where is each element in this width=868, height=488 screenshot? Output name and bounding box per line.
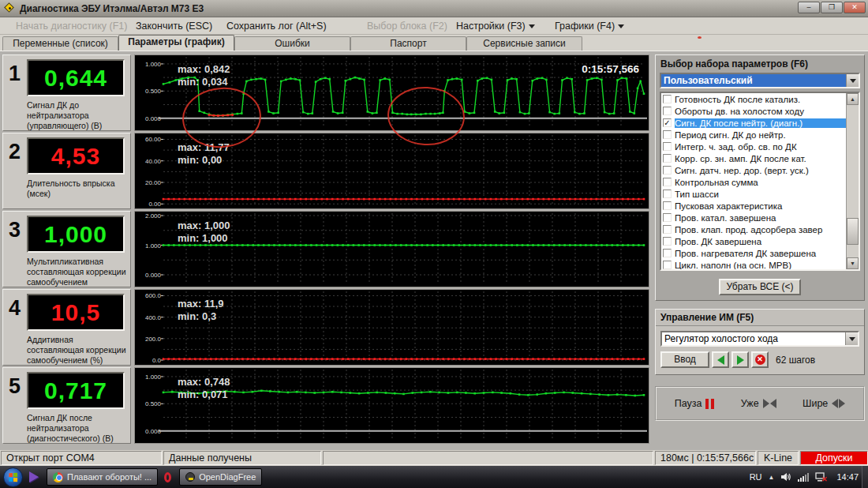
checkbox[interactable]	[663, 107, 672, 115]
list-item-label: Цикл. наполн (на осн. МРВ)	[675, 261, 791, 270]
narrower-label: Уже	[741, 398, 759, 409]
checkbox[interactable]	[663, 178, 672, 186]
combobox-dropdown-button[interactable]	[845, 332, 858, 345]
list-item-12[interactable]: Пров. клап. прод. адсорбера завер	[661, 223, 846, 235]
graph-panel-3: 2.0001.0000.000max: 1,000min: 1,000	[134, 211, 649, 287]
checkbox[interactable]	[663, 166, 672, 175]
list-item-8[interactable]: Контрольная сумма	[661, 176, 846, 188]
menu-item-2[interactable]: Закончить (ESC)	[136, 21, 212, 32]
list-item-9[interactable]: Тип шасси	[661, 188, 846, 200]
svg-text:min: 0,3: min: 0,3	[178, 310, 216, 322]
media-player-icon[interactable]	[29, 471, 39, 482]
checkbox[interactable]	[663, 213, 672, 222]
tab-4[interactable]: Паспорт	[350, 36, 466, 51]
list-item-15[interactable]: Цикл. наполн (на осн. МРВ)	[661, 259, 846, 269]
checkbox[interactable]	[663, 201, 672, 210]
taskbar-chrome-button[interactable]: Плавают обороты! ...	[47, 468, 158, 486]
tab-3[interactable]: Ошибки	[234, 36, 350, 51]
parameter-number: 5	[9, 374, 21, 399]
parameter-value: 10,5	[51, 299, 100, 326]
language-indicator[interactable]: RU	[750, 472, 762, 482]
checkbox[interactable]	[663, 261, 672, 269]
clock[interactable]: 14:47	[836, 472, 859, 482]
svg-text:max: 0,748: max: 0,748	[178, 376, 230, 388]
close-button[interactable]: ✕	[844, 2, 866, 13]
list-item-11[interactable]: Пров. катал. завершена	[661, 212, 846, 223]
list-item-14[interactable]: Пров. нагревателя ДК завершена	[661, 247, 846, 259]
checkbox[interactable]	[663, 237, 672, 246]
show-desktop-button[interactable]	[862, 466, 868, 488]
svg-text:0.0: 0.0	[152, 357, 162, 364]
list-item-2[interactable]: Обороты дв. на холостом ходу	[661, 105, 846, 117]
stop-button[interactable]: ✕	[751, 351, 769, 368]
left-arrow-icon	[717, 355, 724, 365]
status-data: Данные получены	[163, 451, 321, 465]
svg-text:2.000: 2.000	[145, 212, 162, 220]
checkbox[interactable]	[663, 154, 672, 163]
opera-icon[interactable]	[164, 472, 171, 482]
maximize-button[interactable]: ❐	[821, 2, 843, 13]
chrome-task-label: Плавают обороты! ...	[67, 472, 152, 482]
parameter-set-panel: Выбор набора параметров (F6) Пользовател…	[655, 54, 865, 301]
step-down-button[interactable]	[712, 351, 729, 368]
checkbox[interactable]	[663, 190, 672, 198]
remove-all-button[interactable]: Убрать ВСЕ (<)	[719, 279, 801, 295]
right-column: Выбор набора параметров (F6) Пользовател…	[653, 51, 868, 450]
step-up-button[interactable]	[731, 351, 749, 368]
list-item-13[interactable]: Пров. ДК завершена	[661, 235, 846, 247]
parameter-value: 0,717	[44, 377, 107, 404]
checkbox[interactable]	[663, 249, 672, 257]
playback-controls: Пауза Уже Шире	[655, 386, 865, 421]
pause-button[interactable]: Пауза	[675, 398, 715, 409]
menu-item-6[interactable]: Графики (F4)	[555, 21, 624, 32]
list-scrollbar[interactable]: ▲ ▼	[846, 93, 859, 269]
taskbar-opendiag-button[interactable]: OpenDiagFree	[179, 468, 262, 486]
status-tolerances[interactable]: Допуски	[800, 451, 868, 465]
list-item-label: Корр. ср. зн. амп. ДК после кат.	[675, 154, 806, 163]
list-item-7[interactable]: Сигн. датч. нер. дор. (верт. уск.)	[661, 164, 846, 176]
scroll-up-button[interactable]: ▲	[847, 93, 859, 105]
parameter-set-combobox[interactable]: Пользовательский	[660, 73, 860, 88]
parameter-value: 0,644	[44, 65, 107, 92]
menu-item-4: Выбор блока (F2)	[367, 21, 447, 32]
list-item-5[interactable]: Интегр. ч. зад. обр. св. по ДК	[661, 141, 846, 152]
checkbox[interactable]	[663, 142, 672, 151]
parameter-display: 10,5	[27, 294, 125, 331]
start-button[interactable]	[3, 467, 23, 487]
scroll-down-button[interactable]: ▼	[847, 257, 859, 269]
tab-5[interactable]: Сервисные записи	[466, 36, 582, 51]
tab-1[interactable]: Переменные (список)	[2, 36, 118, 51]
tray-expand-icon[interactable]: ▲	[769, 474, 775, 481]
list-item-3[interactable]: ✓Сигн. ДК после нейтр. (диагн.)	[661, 117, 846, 129]
status-port: Открыт порт COM4	[1, 451, 162, 465]
speaker-icon[interactable]	[780, 471, 791, 482]
actuator-control-header: Управление ИМ (F5)	[656, 310, 864, 326]
actuator-combobox[interactable]: Регулятор холостого хода	[660, 331, 859, 347]
checkbox[interactable]: ✓	[663, 118, 672, 127]
scroll-thumb[interactable]	[847, 218, 859, 245]
menu-item-5[interactable]: Настройки (F3)	[456, 21, 535, 32]
wider-button[interactable]: Шире	[803, 398, 845, 409]
menu-item-3[interactable]: Сохранить лог (Alt+S)	[226, 21, 327, 32]
checkbox[interactable]	[663, 225, 672, 234]
tab-2[interactable]: Параметры (график)	[118, 35, 234, 51]
signal-bars-icon[interactable]	[798, 471, 809, 482]
checkbox[interactable]	[663, 130, 672, 139]
list-item-1[interactable]: Готовность ДК после катализ.	[661, 93, 846, 105]
checkbox[interactable]	[663, 95, 672, 103]
parameter-card-2: 24,53Длительность впрыска (мсек)	[2, 133, 131, 209]
list-item-10[interactable]: Пусковая характеристика	[661, 200, 846, 212]
parameter-number: 2	[9, 140, 21, 164]
graph-panel-4: 600.0400.0200.00.0max: 11,9min: 0,3	[134, 289, 649, 366]
narrower-button[interactable]: Уже	[741, 398, 776, 409]
list-item-6[interactable]: Корр. ср. зн. амп. ДК после кат.	[661, 152, 846, 164]
list-item-4[interactable]: Период сигн. ДК до нейтр.	[661, 129, 846, 141]
main-area: 10,644Сигнал ДК до нейтрализатора (управ…	[0, 51, 868, 450]
parameter-display: 1,000	[27, 216, 125, 253]
enter-button[interactable]: Ввод	[660, 351, 709, 368]
wider-icon	[832, 399, 845, 408]
network-disconnected-icon[interactable]: ✕	[815, 471, 827, 482]
combobox-dropdown-button[interactable]	[846, 74, 859, 87]
minimize-button[interactable]: –	[798, 2, 820, 13]
parameter-display: 4,53	[27, 137, 125, 175]
